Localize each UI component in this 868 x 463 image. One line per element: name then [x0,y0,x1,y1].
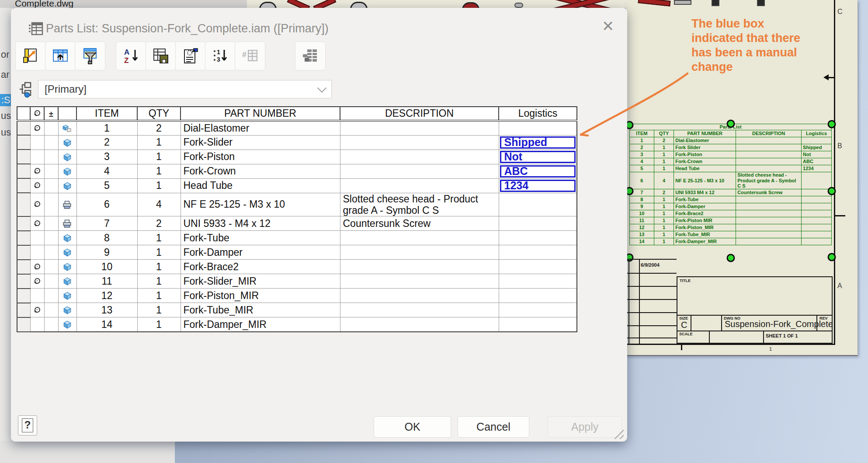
cell-part-number[interactable]: NF E 25-125 - M3 x 10 [181,193,340,216]
export-parts-list-button[interactable] [15,42,46,70]
sort-button[interactable]: A Z [116,42,146,70]
cell-part-number[interactable]: Fork-Crown [181,164,340,178]
row-selector-cell[interactable] [17,231,30,245]
manual-change-box[interactable]: 1234 [500,180,576,192]
cell-part-number[interactable]: Fork-Piston [181,150,340,164]
row-selector-cell[interactable] [17,193,30,216]
selection-handle[interactable] [828,187,836,195]
cell-part-number[interactable]: Fork-Slider_MIR [181,274,340,289]
selection-handle[interactable] [727,120,735,128]
browser-item-fragment-selected[interactable]: :S [0,94,12,106]
cell-description[interactable] [340,178,499,193]
cell-item[interactable]: 2 [76,135,137,150]
cell-qty[interactable]: 1 [137,317,181,332]
cell-description[interactable] [340,303,499,317]
cell-qty[interactable]: 1 [137,135,181,150]
cell-item[interactable]: 5 [76,178,137,193]
cell-description[interactable] [340,150,499,164]
member-edit-button[interactable]: # [235,42,265,70]
cell-logistics[interactable] [499,317,577,332]
cell-qty[interactable]: 1 [137,178,181,193]
manual-change-box[interactable]: Not [500,151,576,163]
cell-qty[interactable]: 2 [137,121,181,135]
row-selector-cell[interactable] [17,317,30,332]
cell-description[interactable] [340,231,499,245]
cell-item[interactable]: 8 [76,231,137,245]
cell-description[interactable]: Slotted cheese head - Product grade A - … [340,193,499,216]
renumber-items-button[interactable]: 1 3 [205,42,236,70]
cell-description[interactable] [340,135,499,150]
cell-description[interactable] [340,245,499,260]
cancel-button[interactable]: Cancel [458,416,529,438]
cell-description[interactable]: Countersunk Screw [340,216,499,231]
cell-item[interactable]: 1 [76,121,137,135]
cell-logistics[interactable] [499,231,577,245]
row-selector-cell[interactable] [17,260,30,274]
selection-handle[interactable] [828,253,836,261]
cell-logistics[interactable]: Not [499,150,577,164]
cell-part-number[interactable]: Head Tube [181,178,340,193]
help-button[interactable]: ? [18,415,37,435]
close-icon[interactable]: × [597,15,619,38]
compare-table-button[interactable] [45,42,76,70]
manual-change-box[interactable]: ABC [500,165,576,178]
cell-logistics[interactable] [499,289,577,303]
selection-handle[interactable] [828,120,836,129]
cell-qty[interactable]: 1 [137,289,181,303]
cell-description[interactable] [340,317,499,332]
cell-part-number[interactable]: Fork-Piston_MIR [181,289,340,303]
cell-logistics[interactable] [499,303,577,317]
table-layout-button[interactable] [175,42,206,70]
cell-item[interactable]: 12 [76,289,137,303]
ok-button[interactable]: OK [374,416,451,438]
cell-item[interactable]: 3 [76,150,137,164]
cell-logistics[interactable] [499,193,577,216]
row-selector-cell[interactable] [17,135,30,150]
row-selector-cell[interactable] [17,274,30,289]
sheet-parts-list[interactable]: Parts List ITEM QTY PART NUMBER DESCRIPT… [629,124,833,245]
cell-part-number[interactable]: Fork-Slider [181,135,340,150]
manual-change-box[interactable]: Shipped [500,136,576,149]
cell-item[interactable]: 4 [76,164,137,178]
cell-qty[interactable]: 4 [137,193,181,216]
export-table-button[interactable] [146,42,176,70]
cell-item[interactable]: 7 [76,216,137,231]
column-header-logistics[interactable]: Logistics [499,107,577,121]
cell-description[interactable] [340,121,499,135]
cell-logistics[interactable]: ABC [499,164,577,178]
cell-description[interactable] [340,260,499,274]
cell-item[interactable]: 11 [76,274,137,289]
cell-description[interactable] [340,164,499,178]
view-selector-dropdown[interactable]: [Primary] [38,80,332,98]
cell-part-number[interactable]: Fork-Damper [181,245,340,260]
cell-logistics[interactable] [499,274,577,289]
cell-logistics[interactable] [499,216,577,231]
cell-qty[interactable]: 1 [137,231,181,245]
cell-part-number[interactable]: Fork-Tube_MIR [181,303,340,317]
row-selector-cell[interactable] [17,121,30,135]
cell-qty[interactable]: 1 [137,303,181,317]
cell-part-number[interactable]: Fork-Brace2 [181,260,340,274]
column-header-item[interactable]: ITEM [76,107,137,121]
cell-part-number[interactable]: UNI 5933 - M4 x 12 [181,216,340,231]
cell-logistics[interactable]: Shipped [499,135,577,150]
cell-qty[interactable]: 2 [137,216,181,231]
column-header-qty[interactable]: QTY [137,107,181,121]
cell-part-number[interactable]: Dial-Elastomer [181,121,340,135]
row-selector-cell[interactable] [17,164,30,178]
row-selector-cell[interactable] [17,303,30,317]
cell-description[interactable] [340,274,499,289]
cell-qty[interactable]: 1 [137,274,181,289]
row-selector-cell[interactable] [17,289,30,303]
cell-item[interactable]: 14 [76,317,137,332]
cell-item[interactable]: 9 [76,245,137,260]
cell-logistics[interactable] [499,260,577,274]
row-selector-cell[interactable] [17,150,30,164]
cell-item[interactable]: 13 [76,303,137,317]
cell-qty[interactable]: 1 [137,245,181,260]
row-selector-cell[interactable] [17,216,30,231]
row-selector-cell[interactable] [17,245,30,260]
view-options-button[interactable] [295,42,326,70]
cell-description[interactable] [340,289,499,303]
cell-logistics[interactable]: 1234 [499,178,577,193]
